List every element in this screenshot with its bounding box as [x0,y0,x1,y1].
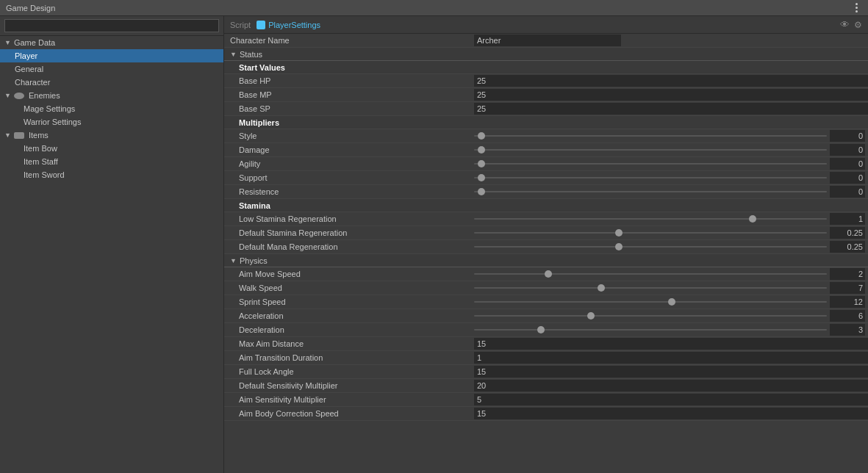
low-stamina-regen-label: Low Stamina Regeneration [224,214,474,223]
base-mp-input[interactable] [474,89,868,101]
resistence-track[interactable] [474,191,827,192]
walk-speed-row: Walk Speed [224,281,868,295]
agility-row: Agility [224,157,868,171]
damage-slider [474,144,868,156]
acceleration-label: Acceleration [224,311,474,320]
multipliers-label: Multipliers [224,118,474,127]
full-lock-angle-input[interactable] [474,366,868,378]
default-sensitivity-multiplier-input[interactable] [474,380,868,391]
default-stamina-regen-input[interactable] [830,227,865,239]
style-track[interactable] [474,135,827,137]
game-data-label: Game Data [14,38,55,47]
arrow-icon: ▼ [230,257,237,264]
character-name-input[interactable] [474,35,621,46]
aim-sensitivity-multiplier-value [474,394,868,405]
max-aim-distance-input[interactable] [474,338,868,350]
walk-speed-input[interactable] [830,282,865,294]
enemies-icon [14,93,24,99]
style-input[interactable] [830,130,865,142]
script-value: PlayerSettings [257,21,320,29]
damage-track[interactable] [474,149,827,151]
base-sp-label: Base SP [224,104,474,113]
eye-button[interactable]: 👁 [840,19,850,30]
settings-icon[interactable]: ⚙ [854,20,862,30]
aim-transition-duration-input[interactable] [474,352,868,364]
support-track[interactable] [474,177,827,178]
deceleration-track[interactable] [474,329,827,331]
acceleration-input[interactable] [830,310,865,322]
tree-item-item-staff[interactable]: Item Staff [0,155,223,168]
damage-input[interactable] [830,144,865,156]
aim-transition-duration-label: Aim Transition Duration [224,353,474,362]
sprint-speed-track[interactable] [474,301,827,303]
base-hp-input[interactable] [474,75,868,87]
acceleration-track[interactable] [474,315,827,317]
deceleration-thumb[interactable] [537,326,545,333]
aim-move-speed-track[interactable] [474,273,827,275]
tree-item-item-sword[interactable]: Item Sword [0,168,223,181]
tree-item-character[interactable]: Character [0,76,223,89]
default-mana-regen-label: Default Mana Regeneration [224,242,474,251]
base-sp-row: Base SP [224,102,868,116]
tree-item-mage-settings[interactable]: Mage Settings [0,102,223,115]
base-sp-input[interactable] [474,103,868,115]
resistence-thumb[interactable] [478,188,485,195]
aim-move-speed-input[interactable] [830,268,865,280]
walk-speed-track[interactable] [474,287,827,289]
agility-input[interactable] [830,158,865,170]
resistence-input[interactable] [830,186,865,198]
sprint-speed-label: Sprint Speed [224,297,474,306]
sprint-speed-row: Sprint Speed [224,295,868,309]
physics-label: ▼ Physics [224,256,268,265]
agility-thumb[interactable] [478,160,485,167]
damage-thumb[interactable] [478,146,485,154]
tree-item-general[interactable]: General [0,62,223,76]
tree-group-enemies[interactable]: ▼ Enemies [0,89,223,102]
default-stamina-regen-track[interactable] [474,232,827,234]
aim-body-correction-speed-label: Aim Body Correction Speed [224,409,474,418]
default-sensitivity-multiplier-row: Default Sensitivity Multiplier [224,379,868,393]
menu-dot [856,7,858,9]
character-label: Character [15,78,50,87]
walk-speed-label: Walk Speed [224,284,474,292]
multipliers-row: Multipliers [224,116,868,129]
base-sp-value [474,103,868,115]
default-stamina-regen-thumb[interactable] [615,229,623,236]
menu-dot [856,3,858,5]
default-mana-regen-thumb[interactable] [615,243,623,250]
low-stamina-regen-thumb[interactable] [749,215,756,223]
script-label: Script [230,21,251,29]
aim-body-correction-speed-input[interactable] [474,408,868,419]
search-input[interactable] [4,19,219,32]
full-lock-angle-row: Full Lock Angle [224,365,868,379]
default-mana-regen-slider [474,241,868,253]
menu-button[interactable] [850,2,862,14]
properties-scroll[interactable]: Character Name ▼ Status Start Values Bas… [224,34,868,473]
support-label: Support [224,173,474,182]
tree-item-item-bow[interactable]: Item Bow [0,142,223,155]
sprint-speed-input[interactable] [830,296,865,308]
tree-group-items[interactable]: ▼ Items [0,129,223,142]
low-stamina-regen-track[interactable] [474,218,827,220]
tree-item-player[interactable]: Player [0,49,223,62]
item-sword-label: Item Sword [24,170,65,179]
style-thumb[interactable] [478,132,485,140]
sprint-speed-thumb[interactable] [668,298,675,306]
walk-speed-thumb[interactable] [598,284,605,292]
default-mana-regen-row: Default Mana Regeneration [224,240,868,254]
items-label: Items [29,131,49,140]
default-mana-regen-track[interactable] [474,246,827,248]
support-thumb[interactable] [478,174,485,181]
aim-sensitivity-multiplier-input[interactable] [474,394,868,405]
low-stamina-regen-input[interactable] [830,213,865,225]
tree-group-game-data[interactable]: ▼ Game Data [0,36,223,49]
aim-move-speed-thumb[interactable] [545,270,552,278]
deceleration-input[interactable] [830,324,865,336]
deceleration-row: Deceleration [224,323,868,337]
support-input[interactable] [830,172,865,184]
default-mana-regen-input[interactable] [830,241,865,253]
agility-track[interactable] [474,163,827,165]
acceleration-slider [474,310,868,322]
tree-item-warrior-settings[interactable]: Warrior Settings [0,115,223,129]
acceleration-thumb[interactable] [587,312,595,319]
